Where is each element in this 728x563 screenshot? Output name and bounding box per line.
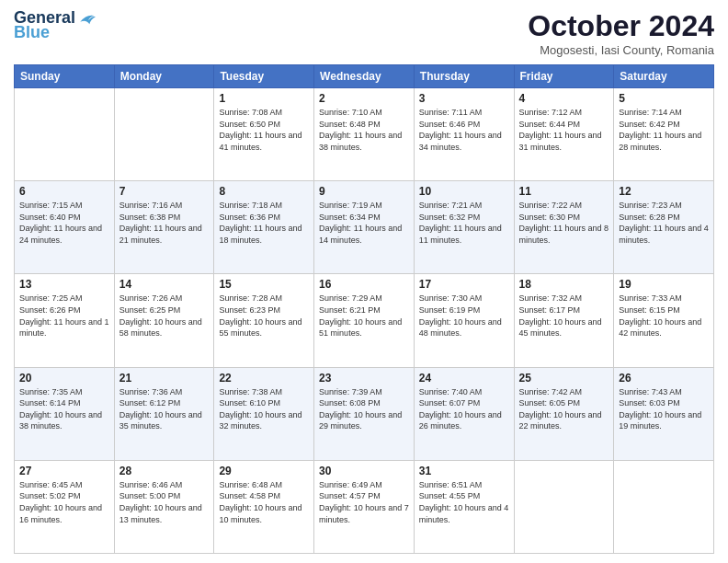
calendar-cell: 11Sunrise: 7:22 AM Sunset: 6:30 PM Dayli… — [514, 181, 614, 274]
calendar-cell: 27Sunrise: 6:45 AM Sunset: 5:02 PM Dayli… — [15, 460, 115, 553]
day-number: 9 — [319, 185, 409, 198]
month-title: October 2024 — [528, 9, 714, 43]
day-info: Sunrise: 7:28 AM Sunset: 6:23 PM Dayligh… — [219, 293, 309, 339]
day-info: Sunrise: 7:18 AM Sunset: 6:36 PM Dayligh… — [219, 200, 309, 246]
day-number: 18 — [519, 278, 609, 291]
logo-bird-icon — [77, 9, 96, 28]
calendar-cell: 9Sunrise: 7:19 AM Sunset: 6:34 PM Daylig… — [314, 181, 415, 274]
day-info: Sunrise: 7:40 AM Sunset: 6:07 PM Dayligh… — [419, 386, 509, 432]
calendar-week-5: 27Sunrise: 6:45 AM Sunset: 5:02 PM Dayli… — [15, 460, 714, 553]
day-info: Sunrise: 6:46 AM Sunset: 5:00 PM Dayligh… — [119, 479, 210, 525]
day-info: Sunrise: 7:35 AM Sunset: 6:14 PM Dayligh… — [19, 386, 109, 432]
day-number: 30 — [319, 465, 409, 477]
calendar-cell: 25Sunrise: 7:42 AM Sunset: 6:05 PM Dayli… — [514, 367, 614, 460]
day-number: 20 — [19, 372, 109, 385]
calendar-cell: 3Sunrise: 7:11 AM Sunset: 6:46 PM Daylig… — [414, 88, 514, 181]
day-header-wednesday: Wednesday — [314, 65, 415, 88]
calendar-cell: 1Sunrise: 7:08 AM Sunset: 6:50 PM Daylig… — [214, 88, 314, 181]
day-number: 22 — [219, 372, 309, 385]
calendar-cell: 20Sunrise: 7:35 AM Sunset: 6:14 PM Dayli… — [15, 367, 115, 460]
day-info: Sunrise: 7:32 AM Sunset: 6:17 PM Dayligh… — [519, 293, 609, 339]
day-info: Sunrise: 7:26 AM Sunset: 6:25 PM Dayligh… — [119, 293, 210, 339]
calendar-table: SundayMondayTuesdayWednesdayThursdayFrid… — [14, 64, 714, 554]
calendar-cell — [15, 88, 115, 181]
day-number: 25 — [519, 372, 609, 385]
calendar-week-2: 6Sunrise: 7:15 AM Sunset: 6:40 PM Daylig… — [15, 181, 714, 274]
day-number: 10 — [419, 185, 509, 198]
calendar-cell: 28Sunrise: 6:46 AM Sunset: 5:00 PM Dayli… — [114, 460, 214, 553]
day-number: 5 — [619, 92, 709, 105]
day-number: 16 — [319, 278, 409, 291]
calendar-cell — [514, 460, 614, 553]
calendar-cell: 16Sunrise: 7:29 AM Sunset: 6:21 PM Dayli… — [314, 274, 415, 367]
calendar-cell: 18Sunrise: 7:32 AM Sunset: 6:17 PM Dayli… — [514, 274, 614, 367]
calendar-cell: 21Sunrise: 7:36 AM Sunset: 6:12 PM Dayli… — [114, 367, 214, 460]
day-info: Sunrise: 7:33 AM Sunset: 6:15 PM Dayligh… — [619, 293, 709, 339]
calendar-cell: 10Sunrise: 7:21 AM Sunset: 6:32 PM Dayli… — [414, 181, 514, 274]
calendar-cell: 31Sunrise: 6:51 AM Sunset: 4:55 PM Dayli… — [414, 460, 514, 553]
day-header-saturday: Saturday — [614, 65, 714, 88]
calendar-cell: 22Sunrise: 7:38 AM Sunset: 6:10 PM Dayli… — [214, 367, 314, 460]
day-header-monday: Monday — [114, 65, 214, 88]
day-info: Sunrise: 7:23 AM Sunset: 6:28 PM Dayligh… — [619, 200, 709, 246]
day-number: 19 — [619, 278, 709, 291]
day-info: Sunrise: 6:49 AM Sunset: 4:57 PM Dayligh… — [319, 479, 409, 525]
day-info: Sunrise: 7:16 AM Sunset: 6:38 PM Dayligh… — [119, 200, 210, 246]
day-number: 6 — [19, 185, 109, 198]
logo: General Blue — [14, 9, 96, 42]
logo-blue: Blue — [14, 24, 50, 42]
calendar-week-4: 20Sunrise: 7:35 AM Sunset: 6:14 PM Dayli… — [15, 367, 714, 460]
calendar-cell: 29Sunrise: 6:48 AM Sunset: 4:58 PM Dayli… — [214, 460, 314, 553]
day-info: Sunrise: 7:29 AM Sunset: 6:21 PM Dayligh… — [319, 293, 409, 339]
day-number: 12 — [619, 185, 709, 198]
day-number: 1 — [219, 92, 309, 105]
calendar-cell: 30Sunrise: 6:49 AM Sunset: 4:57 PM Dayli… — [314, 460, 415, 553]
day-info: Sunrise: 6:48 AM Sunset: 4:58 PM Dayligh… — [219, 479, 309, 525]
calendar-week-1: 1Sunrise: 7:08 AM Sunset: 6:50 PM Daylig… — [15, 88, 714, 181]
day-info: Sunrise: 6:45 AM Sunset: 5:02 PM Dayligh… — [19, 479, 109, 525]
day-number: 24 — [419, 372, 509, 385]
calendar-cell: 7Sunrise: 7:16 AM Sunset: 6:38 PM Daylig… — [114, 181, 214, 274]
day-info: Sunrise: 7:36 AM Sunset: 6:12 PM Dayligh… — [119, 386, 210, 432]
day-number: 13 — [19, 278, 109, 291]
day-info: Sunrise: 7:43 AM Sunset: 6:03 PM Dayligh… — [619, 386, 709, 432]
day-number: 17 — [419, 278, 509, 291]
day-number: 4 — [519, 92, 609, 105]
day-info: Sunrise: 7:12 AM Sunset: 6:44 PM Dayligh… — [519, 107, 609, 153]
calendar-cell: 5Sunrise: 7:14 AM Sunset: 6:42 PM Daylig… — [614, 88, 714, 181]
day-number: 14 — [119, 278, 210, 291]
day-number: 11 — [519, 185, 609, 198]
calendar-cell: 14Sunrise: 7:26 AM Sunset: 6:25 PM Dayli… — [114, 274, 214, 367]
header: General Blue October 2024 Mogosesti, Ias… — [14, 9, 714, 57]
day-header-thursday: Thursday — [414, 65, 514, 88]
day-info: Sunrise: 7:42 AM Sunset: 6:05 PM Dayligh… — [519, 386, 609, 432]
day-info: Sunrise: 6:51 AM Sunset: 4:55 PM Dayligh… — [419, 479, 509, 525]
calendar-cell: 19Sunrise: 7:33 AM Sunset: 6:15 PM Dayli… — [614, 274, 714, 367]
day-number: 23 — [319, 372, 409, 385]
day-number: 26 — [619, 372, 709, 385]
day-info: Sunrise: 7:15 AM Sunset: 6:40 PM Dayligh… — [19, 200, 109, 246]
day-number: 7 — [119, 185, 210, 198]
day-number: 2 — [319, 92, 409, 105]
day-info: Sunrise: 7:30 AM Sunset: 6:19 PM Dayligh… — [419, 293, 509, 339]
day-info: Sunrise: 7:39 AM Sunset: 6:08 PM Dayligh… — [319, 386, 409, 432]
day-number: 28 — [119, 465, 210, 477]
day-info: Sunrise: 7:21 AM Sunset: 6:32 PM Dayligh… — [419, 200, 509, 246]
day-number: 21 — [119, 372, 210, 385]
day-number: 15 — [219, 278, 309, 291]
day-number: 27 — [19, 465, 109, 477]
calendar-cell: 4Sunrise: 7:12 AM Sunset: 6:44 PM Daylig… — [514, 88, 614, 181]
calendar-week-3: 13Sunrise: 7:25 AM Sunset: 6:26 PM Dayli… — [15, 274, 714, 367]
day-number: 31 — [419, 465, 509, 477]
calendar-cell: 6Sunrise: 7:15 AM Sunset: 6:40 PM Daylig… — [15, 181, 115, 274]
calendar-cell: 17Sunrise: 7:30 AM Sunset: 6:19 PM Dayli… — [414, 274, 514, 367]
day-info: Sunrise: 7:19 AM Sunset: 6:34 PM Dayligh… — [319, 200, 409, 246]
day-header-tuesday: Tuesday — [214, 65, 314, 88]
day-info: Sunrise: 7:22 AM Sunset: 6:30 PM Dayligh… — [519, 200, 609, 246]
calendar-cell: 23Sunrise: 7:39 AM Sunset: 6:08 PM Dayli… — [314, 367, 415, 460]
day-number: 29 — [219, 465, 309, 477]
calendar-cell — [614, 460, 714, 553]
day-header-sunday: Sunday — [15, 65, 115, 88]
location: Mogosesti, Iasi County, Romania — [528, 43, 714, 57]
page: General Blue October 2024 Mogosesti, Ias… — [0, 0, 728, 563]
